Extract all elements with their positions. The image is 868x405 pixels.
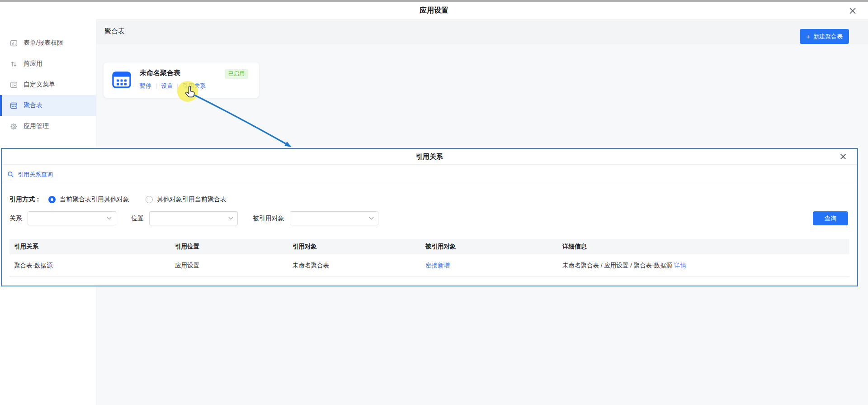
pause-link[interactable]: 暂停 [140, 82, 151, 90]
radio-current-refs-others[interactable]: 当前聚合表引用其他对象 [48, 195, 129, 204]
modal-title: 引用关系 [2, 149, 857, 164]
new-aggregate-table-label: 新建聚合表 [813, 33, 843, 41]
form-report-icon [10, 39, 18, 47]
reference-query-link[interactable]: 引用关系查询 [18, 171, 53, 179]
col-header-referenced: 被引用对象 [425, 243, 562, 251]
radio-unselected-icon [146, 196, 153, 203]
table-row: 聚合表-数据源 应用设置 未命名聚合表 密接新增 未命名聚合表 / 应用设置 /… [9, 254, 849, 277]
new-aggregate-table-button[interactable]: + 新建聚合表 [800, 29, 849, 44]
cell-object: 未命名聚合表 [292, 262, 425, 270]
status-badge: 已启用 [225, 69, 248, 79]
cross-app-icon [10, 60, 18, 68]
position-filter-label: 位置 [131, 214, 144, 223]
query-button[interactable]: 查询 [813, 211, 848, 225]
sidebar-item-label: 表单/报表权限 [24, 39, 63, 47]
app-settings-dialog: 应用设置 表单/报表权限 跨应用 自定义菜单 聚合 [0, 0, 868, 405]
sidebar-item-label: 自定义菜单 [24, 81, 55, 89]
reference-table: 引用关系 引用位置 引用对象 被引用对象 详细信息 聚合表-数据源 应用设置 未… [9, 239, 849, 277]
aggregate-table-icon [10, 102, 18, 110]
cell-relation: 聚合表-数据源 [9, 262, 175, 270]
sidebar-item-label: 跨应用 [24, 60, 42, 68]
referenced-object-link[interactable]: 密接新增 [425, 262, 450, 269]
aggregate-table-card-icon [112, 70, 132, 90]
col-header-position: 引用位置 [175, 243, 292, 251]
section-title: 聚合表 [104, 19, 125, 44]
chevron-down-icon [107, 217, 112, 220]
custom-menu-icon [10, 81, 18, 89]
radio-label: 其他对象引用当前聚合表 [157, 195, 226, 204]
referenced-object-select[interactable] [290, 211, 378, 225]
referenced-object-filter-label: 被引用对象 [253, 214, 284, 223]
col-header-object: 引用对象 [292, 243, 425, 251]
sidebar-item-aggregate-table[interactable]: 聚合表 [0, 95, 96, 116]
sidebar-item-app-management[interactable]: 应用管理 [0, 116, 96, 137]
reference-mode-row: 引用方式： 当前聚合表引用其他对象 其他对象引用当前聚合表 [9, 193, 243, 206]
chevron-down-icon [228, 217, 233, 220]
col-header-relation: 引用关系 [9, 243, 175, 251]
sidebar-item-cross-app[interactable]: 跨应用 [0, 53, 96, 74]
position-select[interactable] [149, 211, 238, 225]
radio-label: 当前聚合表引用其他对象 [60, 195, 129, 204]
close-icon[interactable] [848, 6, 857, 15]
table-header-row: 引用关系 引用位置 引用对象 被引用对象 详细信息 [9, 239, 849, 254]
relation-select[interactable] [28, 211, 116, 225]
hand-cursor-icon [184, 86, 197, 99]
sidebar-item-form-report-permission[interactable]: 表单/报表权限 [0, 33, 96, 53]
reference-mode-label: 引用方式： [9, 195, 41, 204]
modal-header: 引用关系 [2, 149, 857, 165]
card-title: 未命名聚合表 [140, 69, 180, 77]
search-icon [7, 171, 14, 178]
cell-detail: 未命名聚合表 / 应用设置 / 聚合表-数据源 详情 [562, 262, 849, 270]
sidebar-item-label: 应用管理 [24, 122, 49, 130]
col-header-detail: 详细信息 [562, 243, 849, 251]
reference-query-row[interactable]: 引用关系查询 [2, 165, 857, 184]
detail-path: 未命名聚合表 / 应用设置 / 聚合表-数据源 [562, 262, 672, 269]
section-header: 聚合表 + 新建聚合表 [96, 19, 868, 44]
sidebar-item-label: 聚合表 [24, 101, 42, 110]
gear-icon [10, 123, 18, 130]
plus-icon: + [806, 33, 810, 40]
relation-filter-label: 关系 [9, 214, 22, 223]
radio-others-ref-current[interactable]: 其他对象引用当前聚合表 [146, 195, 226, 204]
sidebar-item-custom-menu[interactable]: 自定义菜单 [0, 74, 96, 95]
chevron-down-icon [369, 217, 374, 220]
cell-position: 应用设置 [175, 262, 292, 270]
radio-selected-icon [48, 196, 56, 203]
dialog-header: 应用设置 [0, 2, 868, 19]
settings-link[interactable]: 设置 [161, 82, 173, 90]
modal-close-icon[interactable] [839, 152, 847, 161]
action-separator: | [156, 83, 157, 89]
filter-row: 关系 位置 被引用对象 [9, 211, 857, 225]
reference-relations-modal: 引用关系 引用关系查询 引用方式： 当前聚合表引用其他对象 其他对象引用当前聚合… [1, 148, 858, 286]
detail-link[interactable]: 详情 [674, 262, 686, 269]
page-title: 应用设置 [0, 2, 868, 19]
